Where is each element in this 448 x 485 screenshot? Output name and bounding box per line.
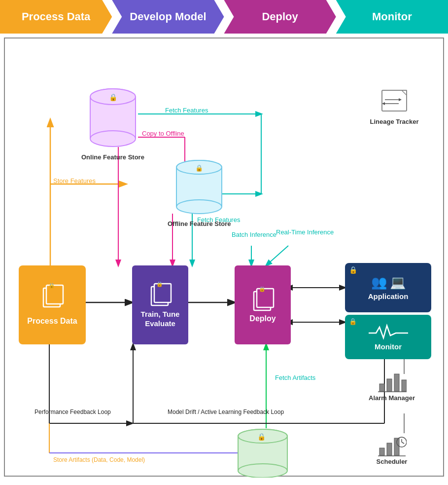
step-monitor-label: Monitor <box>372 10 412 23</box>
model-drift-label: Model Drift / Active Learning Feedback L… <box>168 409 284 415</box>
svg-rect-61 <box>379 448 384 455</box>
alarm-manager: Alarm Manager <box>365 369 419 403</box>
application-icons: 👥 💻 <box>371 275 406 290</box>
process-data-icon: 🔒 <box>39 283 65 313</box>
deploy-icon: 🔒 <box>250 287 276 314</box>
svg-point-31 <box>90 131 136 147</box>
batch-inference-label: Batch Inference <box>232 231 276 238</box>
svg-point-72 <box>238 464 287 478</box>
step-develop: Develop Model <box>112 0 224 34</box>
diagram-container: 🔒 Online Feature Store 🔒 Offline Feature… <box>4 37 444 477</box>
laptop-icon: 💻 <box>390 275 406 290</box>
offline-store-label: Offline Feature Store <box>168 220 231 228</box>
process-data-doc-icon: 🔒 <box>39 283 65 309</box>
svg-rect-62 <box>387 443 392 455</box>
step-deploy: Deploy <box>224 0 336 34</box>
train-doc-icon: 🔒 <box>147 282 173 307</box>
online-feature-store: 🔒 Online Feature Store <box>81 88 144 162</box>
scheduler-icon <box>377 433 407 458</box>
svg-line-26 <box>266 246 288 265</box>
svg-rect-56 <box>379 384 384 391</box>
model-registry-cylinder: 🔒 <box>236 428 290 478</box>
step-process: Process Data <box>0 0 112 34</box>
fetch-features-top-label: Fetch Features <box>165 107 208 114</box>
deploy-box: 🔒 Deploy <box>235 265 291 344</box>
svg-text:🔒: 🔒 <box>257 433 266 441</box>
svg-rect-59 <box>402 380 407 391</box>
scheduler: Scheduler <box>365 433 419 465</box>
people-icon: 👥 <box>371 275 387 290</box>
alarm-label: Alarm Manager <box>369 394 415 403</box>
svg-point-38 <box>176 200 222 214</box>
train-tune-icon: 🔒 <box>147 282 173 309</box>
process-data-box: 🔒 Process Data <box>19 265 86 344</box>
step-deploy-label: Deploy <box>262 10 298 23</box>
top-banner: Process Data Develop Model Deploy Monito… <box>0 0 448 34</box>
deploy-label: Deploy <box>249 314 276 323</box>
lineage-tracker: Lineage Tracker <box>365 88 424 126</box>
copy-to-offline-label: Copy to Offline <box>142 130 184 137</box>
process-data-label: Process Data <box>27 316 77 327</box>
svg-marker-51 <box>402 90 407 95</box>
fetch-artifacts-label: Fetch Artifacts <box>275 374 315 381</box>
step-process-label: Process Data <box>22 10 90 23</box>
train-tune-box: 🔒 Train, Tune Evaluate <box>132 265 188 344</box>
svg-marker-53 <box>399 98 402 101</box>
alarm-icon <box>377 369 407 394</box>
model-registry: 🔒 Model Registry <box>236 428 290 481</box>
step-monitor: Monitor <box>336 0 448 34</box>
realtime-inference-label: Real-Time Inference <box>276 228 334 236</box>
application-panel: 👥 💻 🔒 Application <box>345 263 431 312</box>
offline-store-cylinder-svg: 🔒 <box>174 159 224 219</box>
train-tune-label: Train, Tune Evaluate <box>132 309 188 329</box>
monitor-panel: 🔒 Monitor <box>345 315 431 359</box>
deploy-doc-icon: 🔒 <box>250 287 276 312</box>
application-label: Application <box>368 292 409 300</box>
store-artifacts-label: Store Artifacts (Data, Code, Model) <box>53 456 145 463</box>
performance-feedback-label: Performance Feedback Loop <box>34 409 111 415</box>
monitor-lock-icon: 🔒 <box>349 318 357 325</box>
svg-text:🔒: 🔒 <box>109 93 118 102</box>
svg-text:🔒: 🔒 <box>195 164 204 172</box>
monitor-label: Monitor <box>375 342 402 351</box>
online-store-label: Online Feature Store <box>81 153 144 162</box>
offline-feature-store: 🔒 Offline Feature Store <box>168 159 231 228</box>
lineage-label: Lineage Tracker <box>370 117 419 126</box>
scheduler-label: Scheduler <box>377 458 408 465</box>
model-registry-label: Model Registry <box>240 479 285 481</box>
online-store-cylinder-svg: 🔒 <box>88 88 138 152</box>
monitor-waveform <box>369 323 408 340</box>
svg-text:🔒: 🔒 <box>259 287 266 292</box>
svg-rect-57 <box>387 379 392 391</box>
svg-rect-50 <box>382 90 407 111</box>
svg-text:🔒: 🔒 <box>156 282 163 287</box>
store-features-label: Store Features <box>53 177 96 185</box>
svg-line-67 <box>402 442 404 444</box>
lineage-icon <box>377 88 412 117</box>
step-develop-label: Develop Model <box>130 10 206 23</box>
svg-text:🔒: 🔒 <box>48 283 55 289</box>
app-lock-icon: 🔒 <box>349 266 357 274</box>
svg-rect-58 <box>394 374 399 391</box>
